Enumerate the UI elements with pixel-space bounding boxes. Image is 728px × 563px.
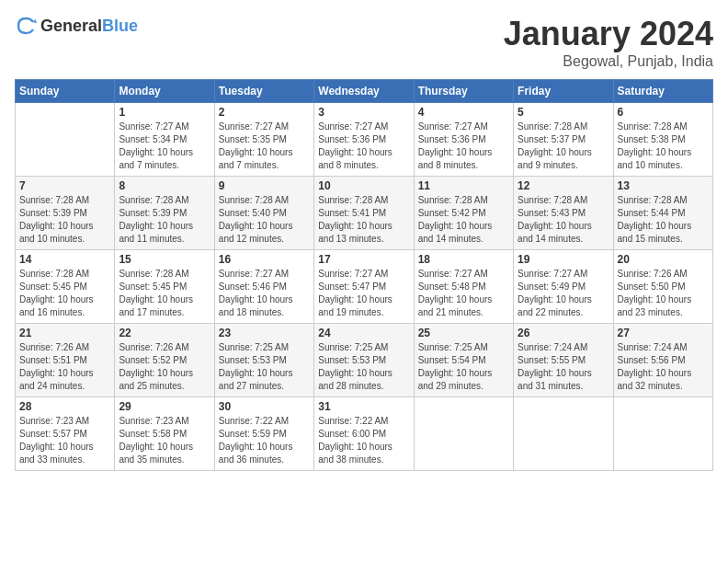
calendar-cell: 17Sunrise: 7:27 AMSunset: 5:47 PMDayligh… — [314, 250, 414, 324]
day-info: Sunrise: 7:28 AMSunset: 5:39 PMDaylight:… — [119, 194, 210, 246]
day-number: 16 — [219, 253, 310, 266]
day-number: 20 — [618, 253, 709, 266]
day-info: Sunrise: 7:28 AMSunset: 5:42 PMDaylight:… — [418, 194, 509, 246]
day-info: Sunrise: 7:28 AMSunset: 5:44 PMDaylight:… — [618, 194, 709, 246]
calendar-cell — [613, 397, 712, 471]
logo-icon — [15, 15, 37, 37]
calendar-cell: 26Sunrise: 7:24 AMSunset: 5:55 PMDayligh… — [514, 324, 613, 397]
calendar-cell: 27Sunrise: 7:24 AMSunset: 5:56 PMDayligh… — [613, 324, 712, 397]
th-saturday: Saturday — [613, 80, 712, 103]
day-info: Sunrise: 7:27 AMSunset: 5:36 PMDaylight:… — [318, 121, 409, 172]
calendar-cell: 11Sunrise: 7:28 AMSunset: 5:42 PMDayligh… — [414, 177, 513, 250]
th-monday: Monday — [115, 80, 214, 103]
calendar-cell: 3Sunrise: 7:27 AMSunset: 5:36 PMDaylight… — [314, 103, 414, 177]
day-number: 1 — [119, 106, 210, 119]
day-info: Sunrise: 7:28 AMSunset: 5:40 PMDaylight:… — [219, 194, 310, 246]
month-title: January 2024 — [504, 15, 713, 53]
day-info: Sunrise: 7:25 AMSunset: 5:53 PMDaylight:… — [318, 341, 409, 393]
calendar-cell: 23Sunrise: 7:25 AMSunset: 5:53 PMDayligh… — [214, 324, 313, 397]
day-number: 18 — [418, 253, 509, 266]
day-number: 30 — [219, 400, 310, 413]
day-info: Sunrise: 7:25 AMSunset: 5:54 PMDaylight:… — [418, 341, 509, 393]
day-number: 23 — [219, 327, 310, 339]
logo-blue: Blue — [102, 17, 138, 35]
logo-general: General — [40, 17, 102, 35]
calendar-table: Sunday Monday Tuesday Wednesday Thursday… — [15, 79, 713, 471]
day-info: Sunrise: 7:28 AMSunset: 5:45 PMDaylight:… — [19, 268, 110, 319]
day-info: Sunrise: 7:23 AMSunset: 5:58 PMDaylight:… — [119, 415, 210, 466]
day-number: 5 — [518, 106, 609, 119]
day-number: 25 — [418, 327, 509, 339]
th-friday: Friday — [514, 80, 613, 103]
calendar-cell: 10Sunrise: 7:28 AMSunset: 5:41 PMDayligh… — [314, 177, 414, 250]
calendar-cell: 4Sunrise: 7:27 AMSunset: 5:36 PMDaylight… — [414, 103, 513, 177]
day-info: Sunrise: 7:28 AMSunset: 5:37 PMDaylight:… — [518, 121, 609, 172]
calendar-cell: 20Sunrise: 7:26 AMSunset: 5:50 PMDayligh… — [613, 250, 712, 324]
day-info: Sunrise: 7:28 AMSunset: 5:43 PMDaylight:… — [518, 194, 609, 246]
calendar-cell: 14Sunrise: 7:28 AMSunset: 5:45 PMDayligh… — [16, 250, 115, 324]
day-number: 15 — [119, 253, 210, 266]
calendar-week-3: 14Sunrise: 7:28 AMSunset: 5:45 PMDayligh… — [16, 250, 713, 324]
calendar-container: GeneralBlue January 2024 Begowal, Punjab… — [0, 0, 728, 480]
calendar-cell — [414, 397, 513, 471]
day-number: 17 — [318, 253, 409, 266]
day-info: Sunrise: 7:28 AMSunset: 5:38 PMDaylight:… — [618, 121, 709, 172]
day-number: 21 — [19, 327, 110, 339]
calendar-cell: 13Sunrise: 7:28 AMSunset: 5:44 PMDayligh… — [613, 177, 712, 250]
calendar-cell: 18Sunrise: 7:27 AMSunset: 5:48 PMDayligh… — [414, 250, 513, 324]
day-info: Sunrise: 7:22 AMSunset: 6:00 PMDaylight:… — [318, 415, 409, 466]
day-number: 10 — [318, 179, 409, 192]
day-info: Sunrise: 7:28 AMSunset: 5:41 PMDaylight:… — [318, 194, 409, 246]
day-number: 12 — [518, 179, 609, 192]
calendar-cell — [514, 397, 613, 471]
day-info: Sunrise: 7:26 AMSunset: 5:52 PMDaylight:… — [119, 341, 210, 393]
calendar-cell: 21Sunrise: 7:26 AMSunset: 5:51 PMDayligh… — [16, 324, 115, 397]
calendar-cell: 6Sunrise: 7:28 AMSunset: 5:38 PMDaylight… — [613, 103, 712, 177]
calendar-cell: 19Sunrise: 7:27 AMSunset: 5:49 PMDayligh… — [514, 250, 613, 324]
day-number: 9 — [219, 179, 310, 192]
calendar-cell: 5Sunrise: 7:28 AMSunset: 5:37 PMDaylight… — [514, 103, 613, 177]
day-info: Sunrise: 7:26 AMSunset: 5:50 PMDaylight:… — [618, 268, 709, 319]
calendar-cell: 28Sunrise: 7:23 AMSunset: 5:57 PMDayligh… — [16, 397, 115, 471]
logo-text: GeneralBlue — [40, 17, 138, 36]
calendar-cell: 2Sunrise: 7:27 AMSunset: 5:35 PMDaylight… — [214, 103, 313, 177]
day-number: 13 — [618, 179, 709, 192]
day-number: 7 — [19, 179, 110, 192]
day-info: Sunrise: 7:23 AMSunset: 5:57 PMDaylight:… — [19, 415, 110, 466]
day-number: 27 — [618, 327, 709, 339]
day-number: 8 — [119, 179, 210, 192]
calendar-cell: 29Sunrise: 7:23 AMSunset: 5:58 PMDayligh… — [115, 397, 214, 471]
location: Begowal, Punjab, India — [504, 53, 713, 70]
calendar-cell: 9Sunrise: 7:28 AMSunset: 5:40 PMDaylight… — [214, 177, 313, 250]
calendar-week-5: 28Sunrise: 7:23 AMSunset: 5:57 PMDayligh… — [16, 397, 713, 471]
day-number: 19 — [518, 253, 609, 266]
day-number: 2 — [219, 106, 310, 119]
day-number: 6 — [618, 106, 709, 119]
title-block: January 2024 Begowal, Punjab, India — [504, 15, 713, 70]
calendar-cell: 1Sunrise: 7:27 AMSunset: 5:34 PMDaylight… — [115, 103, 214, 177]
day-number: 24 — [318, 327, 409, 339]
calendar-cell: 15Sunrise: 7:28 AMSunset: 5:45 PMDayligh… — [115, 250, 214, 324]
calendar-cell: 25Sunrise: 7:25 AMSunset: 5:54 PMDayligh… — [414, 324, 513, 397]
day-number: 3 — [318, 106, 409, 119]
header-row: Sunday Monday Tuesday Wednesday Thursday… — [16, 80, 713, 103]
day-info: Sunrise: 7:26 AMSunset: 5:51 PMDaylight:… — [19, 341, 110, 393]
day-info: Sunrise: 7:22 AMSunset: 5:59 PMDaylight:… — [219, 415, 310, 466]
calendar-cell: 22Sunrise: 7:26 AMSunset: 5:52 PMDayligh… — [115, 324, 214, 397]
calendar-cell: 30Sunrise: 7:22 AMSunset: 5:59 PMDayligh… — [214, 397, 313, 471]
day-number: 14 — [19, 253, 110, 266]
day-info: Sunrise: 7:27 AMSunset: 5:47 PMDaylight:… — [318, 268, 409, 319]
header: GeneralBlue January 2024 Begowal, Punjab… — [15, 15, 713, 70]
day-number: 26 — [518, 327, 609, 339]
day-info: Sunrise: 7:27 AMSunset: 5:35 PMDaylight:… — [219, 121, 310, 172]
calendar-cell: 8Sunrise: 7:28 AMSunset: 5:39 PMDaylight… — [115, 177, 214, 250]
day-info: Sunrise: 7:27 AMSunset: 5:49 PMDaylight:… — [518, 268, 609, 319]
calendar-week-4: 21Sunrise: 7:26 AMSunset: 5:51 PMDayligh… — [16, 324, 713, 397]
day-number: 28 — [19, 400, 110, 413]
day-number: 29 — [119, 400, 210, 413]
day-number: 4 — [418, 106, 509, 119]
day-info: Sunrise: 7:28 AMSunset: 5:39 PMDaylight:… — [19, 194, 110, 246]
day-number: 11 — [418, 179, 509, 192]
logo: GeneralBlue — [15, 15, 138, 37]
calendar-week-1: 1Sunrise: 7:27 AMSunset: 5:34 PMDaylight… — [16, 103, 713, 177]
